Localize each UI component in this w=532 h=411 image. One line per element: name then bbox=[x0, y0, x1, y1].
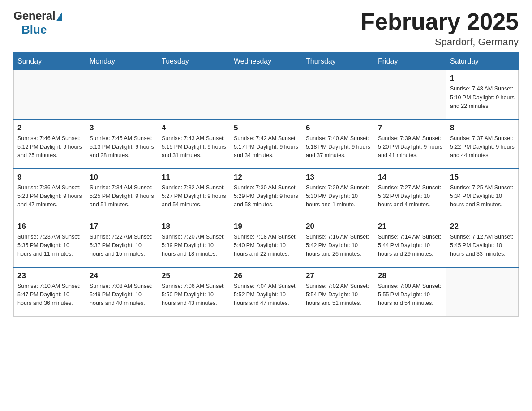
day-number: 21 bbox=[378, 222, 442, 231]
logo: General Blue bbox=[13, 9, 62, 37]
day-info: Sunrise: 7:12 AM Sunset: 5:45 PM Dayligh… bbox=[450, 233, 515, 259]
day-info: Sunrise: 7:25 AM Sunset: 5:34 PM Dayligh… bbox=[450, 184, 515, 210]
weekday-header-wednesday: Wednesday bbox=[230, 53, 302, 70]
calendar-cell bbox=[446, 267, 519, 317]
day-number: 1 bbox=[450, 74, 515, 83]
day-info: Sunrise: 7:18 AM Sunset: 5:40 PM Dayligh… bbox=[234, 233, 298, 259]
calendar-cell: 28Sunrise: 7:00 AM Sunset: 5:55 PM Dayli… bbox=[374, 267, 446, 317]
calendar-cell: 5Sunrise: 7:42 AM Sunset: 5:17 PM Daylig… bbox=[230, 120, 302, 169]
day-number: 2 bbox=[17, 124, 82, 133]
calendar-cell: 4Sunrise: 7:43 AM Sunset: 5:15 PM Daylig… bbox=[158, 120, 230, 169]
day-number: 27 bbox=[306, 271, 370, 280]
calendar-cell: 24Sunrise: 7:08 AM Sunset: 5:49 PM Dayli… bbox=[86, 267, 158, 317]
day-number: 14 bbox=[378, 173, 442, 182]
day-info: Sunrise: 7:10 AM Sunset: 5:47 PM Dayligh… bbox=[17, 282, 82, 308]
day-info: Sunrise: 7:02 AM Sunset: 5:54 PM Dayligh… bbox=[306, 282, 370, 308]
day-info: Sunrise: 7:14 AM Sunset: 5:44 PM Dayligh… bbox=[378, 233, 442, 259]
day-number: 7 bbox=[378, 124, 442, 133]
day-info: Sunrise: 7:16 AM Sunset: 5:42 PM Dayligh… bbox=[306, 233, 370, 259]
week-row-1: 1Sunrise: 7:48 AM Sunset: 5:10 PM Daylig… bbox=[14, 70, 519, 120]
weekday-header-tuesday: Tuesday bbox=[158, 53, 230, 70]
logo-blue-text: Blue bbox=[21, 23, 47, 37]
day-number: 19 bbox=[234, 222, 298, 231]
day-info: Sunrise: 7:32 AM Sunset: 5:27 PM Dayligh… bbox=[162, 184, 226, 210]
page-header: General Blue February 2025 Spardorf, Ger… bbox=[13, 9, 519, 48]
logo-general-text: General bbox=[13, 9, 55, 23]
day-number: 3 bbox=[90, 124, 154, 133]
day-number: 20 bbox=[306, 222, 370, 231]
day-info: Sunrise: 7:00 AM Sunset: 5:55 PM Dayligh… bbox=[378, 282, 442, 308]
calendar-cell: 20Sunrise: 7:16 AM Sunset: 5:42 PM Dayli… bbox=[302, 218, 374, 267]
calendar-cell: 18Sunrise: 7:20 AM Sunset: 5:39 PM Dayli… bbox=[158, 218, 230, 267]
title-block: February 2025 Spardorf, Germany bbox=[360, 9, 519, 48]
day-info: Sunrise: 7:30 AM Sunset: 5:29 PM Dayligh… bbox=[234, 184, 298, 210]
day-number: 23 bbox=[17, 271, 82, 280]
weekday-header-sunday: Sunday bbox=[14, 53, 86, 70]
day-info: Sunrise: 7:40 AM Sunset: 5:18 PM Dayligh… bbox=[306, 134, 370, 160]
calendar-cell: 16Sunrise: 7:23 AM Sunset: 5:35 PM Dayli… bbox=[14, 218, 86, 267]
calendar-cell: 7Sunrise: 7:39 AM Sunset: 5:20 PM Daylig… bbox=[374, 120, 446, 169]
day-number: 12 bbox=[234, 173, 298, 182]
calendar-cell bbox=[230, 70, 302, 120]
calendar-cell: 13Sunrise: 7:29 AM Sunset: 5:30 PM Dayli… bbox=[302, 169, 374, 218]
calendar-cell: 10Sunrise: 7:34 AM Sunset: 5:25 PM Dayli… bbox=[86, 169, 158, 218]
day-number: 5 bbox=[234, 124, 298, 133]
calendar-cell: 12Sunrise: 7:30 AM Sunset: 5:29 PM Dayli… bbox=[230, 169, 302, 218]
calendar-cell: 17Sunrise: 7:22 AM Sunset: 5:37 PM Dayli… bbox=[86, 218, 158, 267]
day-number: 11 bbox=[162, 173, 226, 182]
location: Spardorf, Germany bbox=[360, 36, 519, 48]
week-row-5: 23Sunrise: 7:10 AM Sunset: 5:47 PM Dayli… bbox=[14, 267, 519, 317]
day-number: 28 bbox=[378, 271, 442, 280]
day-info: Sunrise: 7:34 AM Sunset: 5:25 PM Dayligh… bbox=[90, 184, 154, 210]
weekday-header-saturday: Saturday bbox=[446, 53, 519, 70]
calendar-cell: 25Sunrise: 7:06 AM Sunset: 5:50 PM Dayli… bbox=[158, 267, 230, 317]
weekday-header-row: SundayMondayTuesdayWednesdayThursdayFrid… bbox=[14, 53, 519, 70]
calendar-table: SundayMondayTuesdayWednesdayThursdayFrid… bbox=[13, 52, 519, 317]
logo-triangle-icon bbox=[56, 12, 62, 21]
calendar-cell: 27Sunrise: 7:02 AM Sunset: 5:54 PM Dayli… bbox=[302, 267, 374, 317]
day-number: 13 bbox=[306, 173, 370, 182]
calendar-cell: 14Sunrise: 7:27 AM Sunset: 5:32 PM Dayli… bbox=[374, 169, 446, 218]
day-info: Sunrise: 7:42 AM Sunset: 5:17 PM Dayligh… bbox=[234, 134, 298, 160]
day-number: 8 bbox=[450, 124, 515, 133]
calendar-cell: 8Sunrise: 7:37 AM Sunset: 5:22 PM Daylig… bbox=[446, 120, 519, 169]
week-row-3: 9Sunrise: 7:36 AM Sunset: 5:23 PM Daylig… bbox=[14, 169, 519, 218]
day-info: Sunrise: 7:45 AM Sunset: 5:13 PM Dayligh… bbox=[90, 134, 154, 160]
calendar-cell bbox=[302, 70, 374, 120]
calendar-cell: 22Sunrise: 7:12 AM Sunset: 5:45 PM Dayli… bbox=[446, 218, 519, 267]
day-info: Sunrise: 7:36 AM Sunset: 5:23 PM Dayligh… bbox=[17, 184, 82, 210]
day-number: 4 bbox=[162, 124, 226, 133]
calendar-cell: 9Sunrise: 7:36 AM Sunset: 5:23 PM Daylig… bbox=[14, 169, 86, 218]
weekday-header-monday: Monday bbox=[86, 53, 158, 70]
week-row-4: 16Sunrise: 7:23 AM Sunset: 5:35 PM Dayli… bbox=[14, 218, 519, 267]
day-number: 26 bbox=[234, 271, 298, 280]
day-number: 24 bbox=[90, 271, 154, 280]
calendar-cell: 15Sunrise: 7:25 AM Sunset: 5:34 PM Dayli… bbox=[446, 169, 519, 218]
calendar-cell bbox=[374, 70, 446, 120]
month-title: February 2025 bbox=[360, 9, 519, 34]
day-number: 9 bbox=[17, 173, 82, 182]
calendar-cell: 3Sunrise: 7:45 AM Sunset: 5:13 PM Daylig… bbox=[86, 120, 158, 169]
day-number: 22 bbox=[450, 222, 515, 231]
calendar-cell: 21Sunrise: 7:14 AM Sunset: 5:44 PM Dayli… bbox=[374, 218, 446, 267]
weekday-header-thursday: Thursday bbox=[302, 53, 374, 70]
day-info: Sunrise: 7:39 AM Sunset: 5:20 PM Dayligh… bbox=[378, 134, 442, 160]
day-info: Sunrise: 7:29 AM Sunset: 5:30 PM Dayligh… bbox=[306, 184, 370, 210]
day-info: Sunrise: 7:37 AM Sunset: 5:22 PM Dayligh… bbox=[450, 134, 515, 160]
weekday-header-friday: Friday bbox=[374, 53, 446, 70]
day-number: 6 bbox=[306, 124, 370, 133]
day-info: Sunrise: 7:06 AM Sunset: 5:50 PM Dayligh… bbox=[162, 282, 226, 308]
day-info: Sunrise: 7:20 AM Sunset: 5:39 PM Dayligh… bbox=[162, 233, 226, 259]
day-info: Sunrise: 7:23 AM Sunset: 5:35 PM Dayligh… bbox=[17, 233, 82, 259]
day-number: 18 bbox=[162, 222, 226, 231]
week-row-2: 2Sunrise: 7:46 AM Sunset: 5:12 PM Daylig… bbox=[14, 120, 519, 169]
calendar-cell bbox=[14, 70, 86, 120]
day-info: Sunrise: 7:08 AM Sunset: 5:49 PM Dayligh… bbox=[90, 282, 154, 308]
day-number: 15 bbox=[450, 173, 515, 182]
calendar-cell: 26Sunrise: 7:04 AM Sunset: 5:52 PM Dayli… bbox=[230, 267, 302, 317]
day-info: Sunrise: 7:04 AM Sunset: 5:52 PM Dayligh… bbox=[234, 282, 298, 308]
calendar-cell bbox=[86, 70, 158, 120]
calendar-cell bbox=[158, 70, 230, 120]
calendar-cell: 23Sunrise: 7:10 AM Sunset: 5:47 PM Dayli… bbox=[14, 267, 86, 317]
day-number: 16 bbox=[17, 222, 82, 231]
